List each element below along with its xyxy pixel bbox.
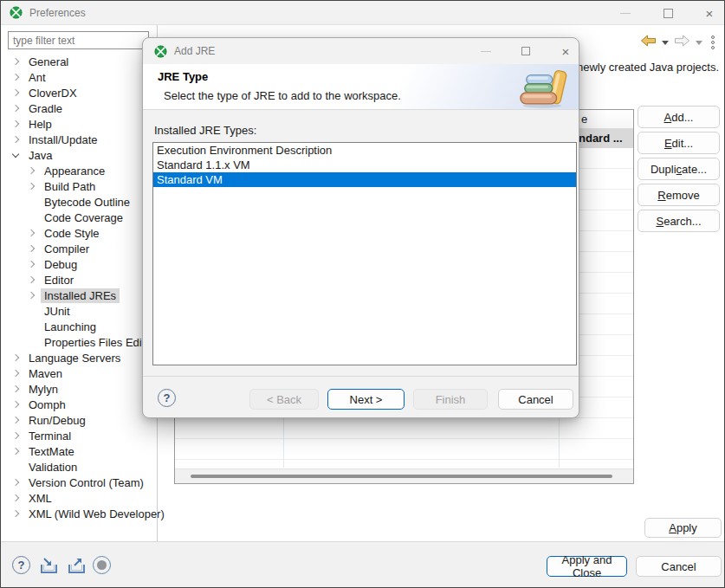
edit-button[interactable]: Edit...: [638, 132, 720, 154]
chevron-right-icon[interactable]: [12, 370, 19, 377]
chevron-right-icon[interactable]: [12, 354, 19, 361]
tree-item-code-coverage[interactable]: Code Coverage: [1, 210, 156, 225]
tree-item-oomph[interactable]: Oomph: [1, 397, 156, 412]
view-menu-icon[interactable]: [711, 36, 715, 49]
no-chevron: [29, 215, 34, 220]
record-preferences-icon[interactable]: [93, 556, 111, 574]
chevron-right-icon[interactable]: [28, 245, 35, 252]
next-button[interactable]: Next >: [327, 389, 405, 410]
chevron-right-icon[interactable]: [12, 58, 19, 65]
dialog-close-button[interactable]: ×: [555, 38, 576, 64]
tree-item-label: Gradle: [25, 101, 66, 116]
tree-item-gradle[interactable]: Gradle: [1, 100, 156, 116]
forward-arrow-icon: [674, 35, 690, 50]
footer-bar: ? Apply and Close Cancel: [1, 542, 724, 587]
duplicate-button[interactable]: Duplicate...: [638, 158, 720, 180]
help-icon[interactable]: ?: [12, 556, 30, 574]
chevron-right-icon[interactable]: [12, 89, 19, 96]
jre-types-label: Installed JRE Types:: [154, 124, 256, 137]
tree-item-code-style[interactable]: Code Style: [1, 225, 156, 241]
chevron-right-icon[interactable]: [28, 229, 35, 236]
chevron-right-icon[interactable]: [12, 74, 19, 81]
tree-item-cloverdx[interactable]: CloverDX: [1, 85, 156, 100]
tree-item-junit[interactable]: JUnit: [1, 303, 156, 319]
tree-item-run-debug[interactable]: Run/Debug: [1, 412, 156, 428]
tree-item-label: Installed JREs: [41, 288, 120, 303]
tree-item-debug[interactable]: Debug: [1, 256, 156, 272]
import-icon[interactable]: [39, 557, 59, 578]
dialog-subtitle: Select the type of JRE to add to the wor…: [164, 89, 401, 102]
cancel-button[interactable]: Cancel: [498, 389, 573, 410]
tree-item-general[interactable]: General: [1, 54, 156, 69]
tree-item-label: Mylyn: [25, 382, 61, 397]
horizontal-scrollbar[interactable]: [175, 468, 633, 483]
jre-type-option-standard-1-1-x-vm[interactable]: Standard 1.1.x VM: [153, 158, 576, 172]
tree-item-terminal[interactable]: Terminal: [1, 428, 156, 443]
tree-item-textmate[interactable]: TextMate: [1, 443, 156, 459]
scrollbar-thumb[interactable]: [191, 475, 612, 478]
tree-item-version-control-team[interactable]: Version Control (Team): [1, 475, 156, 490]
tree-item-help[interactable]: Help: [1, 116, 156, 132]
tree-item-validation[interactable]: Validation: [1, 459, 156, 475]
maximize-button[interactable]: [657, 1, 678, 25]
tree-item-label: Bytecode Outline: [41, 195, 133, 210]
search-button[interactable]: Search...: [638, 210, 720, 232]
chevron-right-icon[interactable]: [28, 167, 35, 174]
export-icon[interactable]: [67, 557, 87, 578]
tree-item-mylyn[interactable]: Mylyn: [1, 381, 156, 397]
chevron-right-icon[interactable]: [28, 183, 35, 190]
chevron-right-icon[interactable]: [28, 276, 35, 283]
tree-item-label: Oomph: [25, 397, 69, 412]
tree-item-build-path[interactable]: Build Path: [1, 178, 156, 194]
tree-item-label: Language Servers: [25, 351, 124, 365]
tree-item-bytecode-outline[interactable]: Bytecode Outline: [1, 194, 156, 210]
filter-input[interactable]: [8, 31, 149, 49]
remove-button[interactable]: Remove: [638, 184, 720, 206]
chevron-right-icon[interactable]: [12, 510, 19, 517]
chevron-right-icon[interactable]: [12, 120, 19, 127]
chevron-right-icon[interactable]: [12, 417, 19, 423]
close-button[interactable]: ×: [699, 1, 720, 25]
tree-item-appearance[interactable]: Appearance: [1, 163, 156, 178]
tree-item-compiler[interactable]: Compiler: [1, 241, 156, 256]
chevron-right-icon[interactable]: [12, 385, 19, 392]
tree-item-launching[interactable]: Launching: [1, 319, 156, 334]
chevron-right-icon[interactable]: [12, 494, 19, 501]
jre-type-option-standard-vm[interactable]: Standard VM: [153, 172, 576, 187]
dialog-maximize-button[interactable]: [515, 38, 536, 64]
back-arrow-icon[interactable]: [640, 35, 657, 50]
chevron-right-icon[interactable]: [12, 479, 19, 486]
tree-item-label: Appearance: [41, 164, 108, 178]
no-chevron: [29, 308, 34, 313]
no-chevron: [29, 199, 34, 204]
chevron-right-icon[interactable]: [28, 292, 35, 299]
tree-item-ant[interactable]: Ant: [1, 69, 156, 85]
tree-item-xml[interactable]: XML: [1, 490, 156, 506]
apply-button[interactable]: Apply: [644, 518, 722, 538]
chevron-right-icon[interactable]: [12, 432, 19, 439]
tree-item-editor[interactable]: Editor: [1, 272, 156, 288]
tree-item-language-servers[interactable]: Language Servers: [1, 350, 156, 365]
back-dropdown-icon[interactable]: [662, 41, 669, 45]
chevron-right-icon[interactable]: [28, 261, 35, 268]
tree-item-label: Launching: [41, 320, 100, 334]
dialog-help-icon[interactable]: ?: [158, 389, 176, 407]
cancel-button[interactable]: Cancel: [636, 556, 722, 577]
apply-and-close-button[interactable]: Apply and Close: [547, 556, 627, 577]
tree-item-java[interactable]: Java: [1, 147, 156, 163]
tree-item-properties-files-editor[interactable]: Properties Files Editor: [1, 334, 156, 350]
chevron-right-icon[interactable]: [12, 105, 19, 112]
chevron-right-icon[interactable]: [12, 401, 19, 408]
chevron-right-icon[interactable]: [12, 136, 19, 143]
tree-item-maven[interactable]: Maven: [1, 365, 156, 381]
tree-item-installed-jres[interactable]: Installed JREs: [1, 288, 156, 303]
chevron-right-icon[interactable]: [12, 448, 19, 455]
chevron-down-icon[interactable]: [12, 151, 19, 158]
page-description: of newly created Java projects.: [565, 61, 719, 74]
tree-item-install-update[interactable]: Install/Update: [1, 132, 156, 147]
jre-type-option-execution-environment-description[interactable]: Execution Environment Description: [153, 143, 576, 158]
tree-item-label: Properties Files Editor: [41, 335, 159, 350]
tree-item-xml-wild-web-developer[interactable]: XML (Wild Web Developer): [1, 506, 156, 521]
tree-item-label: Compiler: [41, 242, 93, 256]
add-button[interactable]: Add...: [638, 106, 720, 128]
